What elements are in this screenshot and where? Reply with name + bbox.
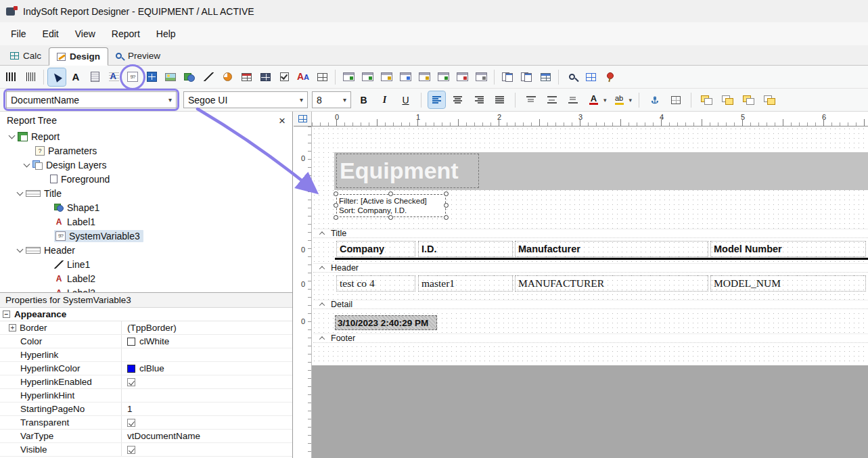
property-group-appearance[interactable]: Appearance: [0, 308, 292, 321]
menu-help[interactable]: Help: [148, 25, 184, 43]
chevron-down-icon[interactable]: [9, 132, 16, 139]
grid-options-button[interactable]: [582, 68, 599, 86]
chevron-down-icon[interactable]: ▾: [296, 96, 307, 104]
data-access-button[interactable]: [536, 68, 554, 86]
shape-tool-button[interactable]: [181, 68, 198, 86]
collapse-icon[interactable]: [3, 311, 10, 318]
font-master-button[interactable]: [294, 68, 312, 86]
property-value[interactable]: clBlue: [139, 363, 164, 373]
valign-middle-button[interactable]: [543, 91, 560, 108]
detail-cell-id[interactable]: master1: [418, 275, 513, 292]
richtext-tool-button[interactable]: [105, 68, 122, 86]
checkbox-tool-button[interactable]: [275, 68, 293, 86]
system-variable-element[interactable]: Filter: [Active is Checked] Sort: Compan…: [336, 194, 446, 217]
property-row-color[interactable]: Color clWhite: [0, 335, 292, 348]
menu-report[interactable]: Report: [104, 25, 148, 43]
italic-button[interactable]: I: [376, 91, 393, 108]
title-label[interactable]: Equipment: [336, 154, 479, 188]
tree-item-shape1[interactable]: Shape1: [0, 200, 292, 214]
title-band-button[interactable]: [340, 68, 357, 86]
align-center-button[interactable]: [449, 91, 466, 108]
chevron-down-icon[interactable]: ▾: [629, 97, 633, 104]
resize-handle[interactable]: [444, 215, 449, 220]
property-row-transparent[interactable]: Transparent: [0, 416, 292, 430]
object-selector-combo[interactable]: DocumentName ▾: [6, 91, 177, 108]
chevron-down-icon[interactable]: [17, 189, 24, 196]
resize-handle[interactable]: [334, 191, 338, 196]
anchor-button[interactable]: [646, 91, 663, 108]
resize-handle[interactable]: [444, 203, 449, 208]
crosstab-tool-button[interactable]: [256, 68, 274, 86]
property-row-startingpageno[interactable]: StartingPageNo 1: [0, 403, 292, 416]
resize-handle[interactable]: [388, 191, 393, 196]
send-to-back-button[interactable]: [719, 91, 736, 108]
tree-item-line1[interactable]: Line1: [0, 257, 292, 271]
barcode-2d-button[interactable]: [22, 68, 39, 86]
resize-handle[interactable]: [444, 191, 449, 196]
font-size-combo[interactable]: 8 ▾: [312, 91, 351, 108]
send-backward-button[interactable]: [761, 91, 778, 108]
menu-view[interactable]: View: [67, 25, 104, 43]
property-row-hyperlinkcolor[interactable]: HyperlinkColor clBlue: [0, 362, 292, 375]
detail-cell-manufacturer[interactable]: MANUFACTURER: [515, 275, 708, 292]
memo-tool-button[interactable]: [86, 68, 104, 86]
menu-file[interactable]: File: [3, 25, 35, 43]
chevron-down-icon[interactable]: ▾: [164, 96, 176, 104]
align-left-button[interactable]: [428, 91, 445, 108]
bring-forward-button[interactable]: [740, 91, 757, 108]
borders-button[interactable]: [667, 91, 684, 108]
tree-item-foreground[interactable]: Foreground: [0, 172, 292, 186]
footer-band-button[interactable]: [434, 68, 452, 86]
resize-handle[interactable]: [334, 203, 338, 208]
tab-preview[interactable]: Preview: [108, 47, 168, 65]
tree-item-label2[interactable]: Label2: [0, 271, 292, 285]
group-footer-band-button[interactable]: [415, 68, 433, 86]
property-row-hyperlink[interactable]: Hyperlink: [0, 348, 292, 362]
property-row-border[interactable]: Border (TppBorder): [0, 321, 292, 335]
property-value[interactable]: clWhite: [139, 336, 169, 346]
detail-band-button[interactable]: [396, 68, 414, 86]
resize-handle[interactable]: [388, 215, 393, 220]
chevron-down-icon[interactable]: [24, 160, 30, 167]
collapse-band-button[interactable]: [317, 230, 326, 237]
property-row-hyperlinkenabled[interactable]: HyperlinkEnabled: [0, 375, 292, 389]
chevron-down-icon[interactable]: ▾: [603, 97, 607, 104]
zoom-button[interactable]: [563, 68, 580, 86]
header-rule-line[interactable]: [335, 258, 868, 260]
checkbox-checked-icon[interactable]: [127, 446, 135, 454]
system-variable-button[interactable]: [124, 68, 141, 86]
footer-datetime-element[interactable]: 3/10/2023 2:40:29 PM: [335, 315, 437, 330]
tab-design[interactable]: Design: [49, 47, 108, 66]
property-row-hyperlinkhint[interactable]: HyperlinkHint: [0, 389, 292, 403]
property-value[interactable]: (TppBorder): [127, 323, 177, 333]
barcode-button[interactable]: [3, 68, 20, 86]
ruler-corner[interactable]: [294, 112, 312, 127]
collapse-band-button[interactable]: [317, 265, 326, 272]
tree-item-title-band[interactable]: Title: [0, 186, 292, 200]
align-right-button[interactable]: [470, 91, 487, 108]
collapse-band-button[interactable]: [317, 335, 326, 342]
tree-item-report[interactable]: Report: [0, 129, 292, 143]
menu-edit[interactable]: Edit: [35, 25, 67, 43]
print-preview-button[interactable]: [518, 68, 535, 86]
tree-item-systemvariable3[interactable]: SystemVariable3: [0, 229, 292, 243]
property-value[interactable]: vtDocumentName: [127, 431, 200, 441]
table-tool-button[interactable]: [313, 68, 331, 86]
expand-icon[interactable]: [9, 324, 16, 331]
header-cell-manufacturer[interactable]: Manufacturer: [515, 241, 708, 257]
tree-item-label1[interactable]: Label1: [0, 214, 292, 229]
checkbox-checked-icon[interactable]: [127, 378, 135, 386]
tree-item-label3[interactable]: Label3: [0, 285, 292, 292]
detail-cell-company[interactable]: test co 4: [336, 275, 415, 292]
valign-bottom-button[interactable]: [564, 91, 581, 108]
label-tool-button[interactable]: [67, 68, 85, 86]
font-name-combo[interactable]: Segoe UI ▾: [183, 91, 308, 108]
property-row-vartype[interactable]: VarType vtDocumentName: [0, 430, 292, 443]
tree-item-design-layers[interactable]: Design Layers: [0, 158, 292, 172]
resize-handle[interactable]: [334, 215, 338, 220]
property-row-visible[interactable]: Visible: [0, 443, 292, 457]
tree-item-header-band[interactable]: Header: [0, 243, 292, 257]
detail-cell-model-number[interactable]: MODEL_NUM: [710, 275, 866, 292]
tab-calc[interactable]: Calc: [3, 47, 49, 65]
bold-button[interactable]: B: [355, 91, 372, 108]
